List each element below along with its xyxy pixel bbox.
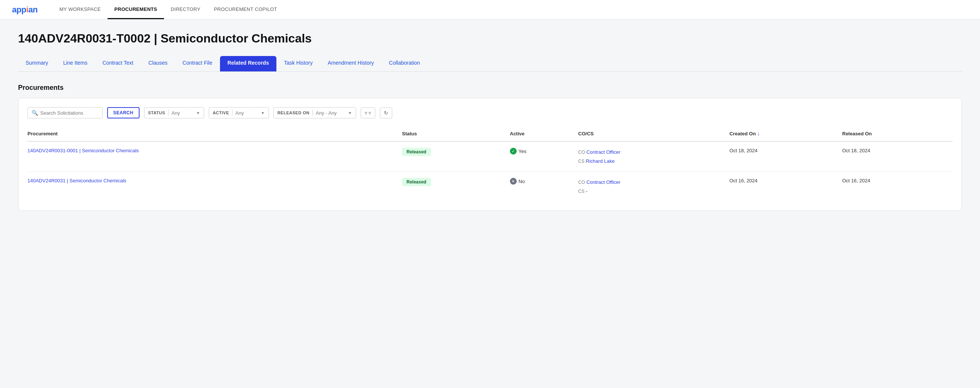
nav-item-procurements[interactable]: PROCUREMENTS [108,0,164,19]
released-on-arrow-icon: ▼ [348,111,352,115]
cs-link-1[interactable]: Richard Lake [586,158,615,164]
active-divider [232,110,232,116]
table-row: 140ADV24R0031 | Semiconductor Chemicals … [27,172,953,202]
cell-released-on-2: Oct 16, 2024 [842,172,953,202]
app-logo: appian [12,5,38,15]
tab-contract-text[interactable]: Contract Text [95,56,141,72]
co-label-1: CO [578,149,585,155]
tab-contract-file[interactable]: Contract File [175,56,220,72]
refresh-icon: ↻ [384,110,388,116]
col-header-released-on: Released On [842,127,953,142]
active-filter[interactable]: ACTIVE Any ▼ [209,107,269,118]
cs-label-1: CS [578,159,585,164]
x-circle-icon: ✕ [510,178,517,184]
col-header-active: Active [510,127,578,142]
cell-status-2: Released [402,172,510,202]
status-divider [168,110,169,116]
status-label: STATUS [148,111,165,115]
col-header-procurement: Procurement [27,127,402,142]
page-title: 140ADV24R0031-T0002 | Semiconductor Chem… [18,32,962,46]
refresh-button[interactable]: ↻ [380,108,392,118]
page-content: 140ADV24R0031-T0002 | Semiconductor Chem… [0,19,980,72]
active-value: Any [235,110,258,116]
cs-label-2: CS [578,189,585,194]
search-icon: 🔍 [32,110,38,116]
co-link-2[interactable]: Contract Officer [586,179,620,185]
cell-created-on-1: Oct 18, 2024 [730,142,842,172]
col-header-created-on[interactable]: Created On ↓ [730,127,842,142]
active-label: ACTIVE [213,111,229,115]
co-link-1[interactable]: Contract Officer [586,149,620,155]
cell-active-1: ✓ Yes [510,142,578,172]
tab-line-items[interactable]: Line Items [56,56,95,72]
cell-procurement-2: 140ADV24R0031 | Semiconductor Chemicals [27,172,402,202]
status-value: Any [172,110,193,116]
status-filter[interactable]: STATUS Any ▼ [144,107,204,118]
tab-collaboration[interactable]: Collaboration [381,56,428,72]
co-row-2: CO Contract Officer [578,178,725,187]
active-indicator-yes: ✓ Yes [510,148,574,154]
status-badge-1: Released [402,148,431,156]
tab-clauses[interactable]: Clauses [141,56,175,72]
check-circle-icon: ✓ [510,148,517,154]
filter-row: 🔍 SEARCH STATUS Any ▼ ACTIVE Any ▼ RELEA… [27,107,953,118]
cell-released-on-1: Oct 18, 2024 [842,142,953,172]
tab-amendment-history[interactable]: Amendment History [320,56,381,72]
co-label-2: CO [578,180,585,185]
co-row-1: CO Contract Officer [578,148,725,157]
released-on-filter[interactable]: RELEASED ON Any - Any ▼ [274,107,356,118]
cell-procurement-1: 140ADV24R0031-0001 | Semiconductor Chemi… [27,142,402,172]
cell-active-2: ✕ No [510,172,578,202]
cell-status-1: Released [402,142,510,172]
active-no-label: No [519,178,525,184]
nav-item-my-workspace[interactable]: MY WORKSPACE [52,0,108,19]
tab-bar: Summary Line Items Contract Text Clauses… [18,56,962,72]
cs-row-2: CS - [578,187,725,196]
nav-item-procurement-copilot[interactable]: PROCUREMENT COPILOT [207,0,284,19]
active-yes-label: Yes [519,148,527,154]
section-title: Procurements [18,84,962,92]
procurements-card: 🔍 SEARCH STATUS Any ▼ ACTIVE Any ▼ RELEA… [18,98,962,211]
procurement-link-2[interactable]: 140ADV24R0031 | Semiconductor Chemicals [27,178,126,183]
status-badge-2: Released [402,178,431,186]
search-wrapper: 🔍 [27,107,103,118]
cs-row-1: CS Richard Lake [578,157,725,166]
co-cs-cell-1: CO Contract Officer CS Richard Lake [578,148,725,165]
cell-co-cs-2: CO Contract Officer CS - [578,172,730,202]
procurement-link-1[interactable]: 140ADV24R0031-0001 | Semiconductor Chemi… [27,148,139,153]
sort-arrow-icon: ↓ [757,130,760,137]
main-content: Procurements 🔍 SEARCH STATUS Any ▼ ACTIV… [0,72,980,223]
filter-icon: ▿ ▿ [365,110,372,116]
cell-created-on-2: Oct 16, 2024 [730,172,842,202]
top-navigation: appian MY WORKSPACE PROCUREMENTS DIRECTO… [0,0,980,19]
active-indicator-no: ✕ No [510,178,574,184]
table-row: 140ADV24R0031-0001 | Semiconductor Chemi… [27,142,953,172]
cell-co-cs-1: CO Contract Officer CS Richard Lake [578,142,730,172]
nav-item-directory[interactable]: DIRECTORY [164,0,207,19]
status-arrow-icon: ▼ [196,111,200,115]
tab-task-history[interactable]: Task History [277,56,320,72]
col-header-co-cs: CO/CS [578,127,730,142]
col-header-status: Status [402,127,510,142]
released-on-divider [312,110,313,116]
procurements-table: Procurement Status Active CO/CS Created … [27,127,953,202]
search-button[interactable]: SEARCH [107,107,140,118]
filter-icon-button[interactable]: ▿ ▿ [361,108,375,118]
co-cs-cell-2: CO Contract Officer CS - [578,178,725,196]
active-arrow-icon: ▼ [261,111,265,115]
logo-text: appian [12,5,38,15]
search-input[interactable] [40,110,97,116]
nav-items: MY WORKSPACE PROCUREMENTS DIRECTORY PROC… [52,0,284,19]
tab-summary[interactable]: Summary [18,56,56,72]
released-on-value: Any - Any [316,110,345,116]
released-on-label: RELEASED ON [278,111,310,115]
cs-value-2: - [586,188,587,194]
tab-related-records[interactable]: Related Records [220,56,277,72]
